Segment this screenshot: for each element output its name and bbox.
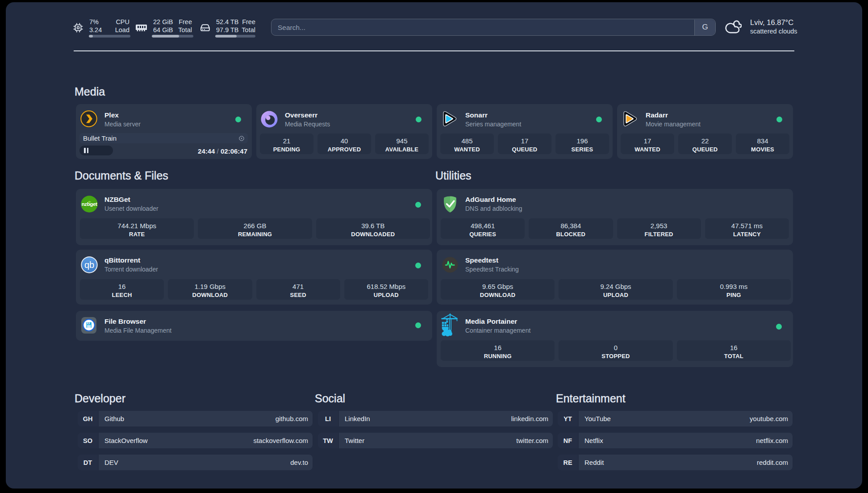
svg-text:qb: qb bbox=[84, 260, 94, 270]
svg-text:nzbget: nzbget bbox=[82, 201, 97, 207]
